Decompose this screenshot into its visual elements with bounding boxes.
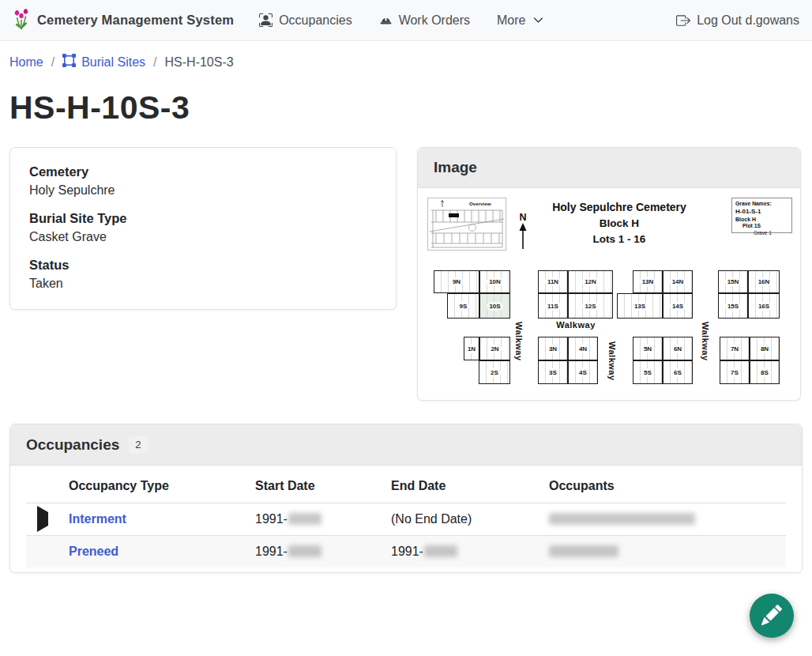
chevron-down-icon bbox=[533, 15, 543, 25]
plot-label: 4N bbox=[577, 345, 589, 353]
plot-cell: 2N bbox=[479, 337, 510, 360]
burial-site-type-field: Burial Site Type Casket Grave bbox=[29, 211, 377, 244]
nav-work-orders[interactable]: Work Orders bbox=[379, 13, 470, 28]
plot-label: 4S bbox=[577, 368, 589, 377]
breadcrumb-separator: / bbox=[153, 55, 156, 70]
cemetery-label: Cemetery bbox=[29, 164, 377, 179]
grave-name-id: H-01-S-1 bbox=[735, 208, 788, 216]
breadcrumb-burial-sites-link[interactable]: Burial Sites bbox=[62, 54, 145, 70]
grave-name-grave: Grave 1 bbox=[735, 230, 788, 236]
plot-cell: 11N bbox=[538, 270, 568, 293]
plot-label: 11N bbox=[545, 277, 561, 286]
redacted-text bbox=[288, 545, 321, 557]
plot-cell: 5S bbox=[633, 360, 663, 384]
plot-label: 10N bbox=[487, 277, 503, 286]
map-title-line3: Lots 1 - 16 bbox=[527, 233, 712, 245]
nav-more-label: More bbox=[497, 13, 525, 28]
plot-cell: 6S bbox=[663, 360, 693, 384]
plot-cell-highlighted: 10S bbox=[479, 293, 510, 319]
plot-cell: 1N bbox=[464, 337, 479, 360]
nav-occupancies[interactable]: Occupancies bbox=[259, 13, 352, 28]
app-brand[interactable]: Cemetery Management System bbox=[13, 7, 234, 34]
plot-cell: 7N bbox=[720, 337, 750, 360]
grave-name-plot: Plot 1S bbox=[735, 223, 788, 230]
image-card-body: Overview N bbox=[418, 188, 800, 400]
plot-label: 12S bbox=[582, 302, 598, 311]
plot-cell: 16N bbox=[748, 270, 780, 293]
cemetery-value-link[interactable]: Holy Sepulchre bbox=[29, 183, 115, 197]
plot-cell: 9N bbox=[434, 270, 479, 293]
plot-label: 16N bbox=[756, 277, 773, 286]
plot-cell: 9S bbox=[447, 293, 479, 319]
plot-label: 12N bbox=[582, 277, 599, 286]
status-value: Taken bbox=[29, 277, 377, 291]
interment-link[interactable]: Interment bbox=[69, 512, 126, 526]
plot-cell: 14N bbox=[663, 270, 693, 293]
breadcrumb-home-label: Home bbox=[9, 55, 43, 70]
plot-label: 11S bbox=[545, 302, 561, 311]
occupancies-title: Occupancies bbox=[26, 436, 119, 454]
start-date-column-header: Start Date bbox=[255, 466, 391, 503]
breadcrumb-home-link[interactable]: Home bbox=[9, 55, 43, 70]
person-bounding-box-icon bbox=[259, 13, 273, 27]
plot-label: 8S bbox=[758, 368, 771, 377]
map-title-line2: Block H bbox=[527, 217, 712, 229]
nav-more[interactable]: More bbox=[497, 13, 543, 28]
plot-label: 1N bbox=[465, 345, 478, 353]
plot-label: 13S bbox=[632, 302, 648, 311]
page-title: HS-H-10S-3 bbox=[9, 89, 803, 126]
map-overview-inset: Overview bbox=[427, 198, 506, 251]
edit-fab-button[interactable] bbox=[750, 594, 794, 638]
plot-cell: 4N bbox=[568, 337, 598, 360]
burial-site-type-label: Burial Site Type bbox=[29, 211, 377, 226]
plot-label: 14S bbox=[670, 302, 686, 311]
end-date-value: 1991- bbox=[391, 545, 423, 558]
plot-cell: 8N bbox=[750, 337, 780, 360]
redacted-text bbox=[549, 545, 618, 557]
image-card-title: Image bbox=[434, 159, 477, 176]
plot-cell: 13N bbox=[633, 270, 663, 293]
redacted-text bbox=[549, 513, 695, 525]
start-date-value: 1991- bbox=[255, 512, 288, 526]
cards-row: Cemetery Holy Sepulchre Burial Site Type… bbox=[9, 147, 803, 401]
redacted-text bbox=[424, 545, 457, 557]
occupancies-table-wrap: Occupancy Type Start Date End Date Occup… bbox=[10, 466, 802, 572]
burial-site-details-card: Cemetery Holy Sepulchre Burial Site Type… bbox=[9, 147, 397, 310]
redacted-text bbox=[288, 513, 321, 525]
plot-cell: 5N bbox=[633, 337, 663, 360]
map-title: Holy Sepulchre Cemetery Block H Lots 1 -… bbox=[527, 201, 712, 245]
plot-cell: 10N bbox=[479, 270, 510, 293]
plot-cell: 12N bbox=[568, 270, 613, 293]
plot-label: 10S bbox=[487, 302, 502, 311]
occupancies-count-badge: 2 bbox=[128, 435, 148, 454]
table-header-row: Occupancy Type Start Date End Date Occup… bbox=[26, 466, 786, 503]
end-date-column-header: End Date bbox=[391, 466, 549, 503]
plot-label: 9S bbox=[457, 302, 470, 311]
main-nav: Occupancies Work Orders More bbox=[259, 13, 543, 28]
logout-link[interactable]: Log Out d.gowans bbox=[676, 13, 799, 28]
bounding-box-icon bbox=[62, 54, 76, 70]
plot-label: 6N bbox=[671, 345, 684, 353]
occupants-column-header: Occupants bbox=[549, 466, 786, 503]
plot-label: 15S bbox=[725, 302, 741, 311]
plot-cell: 7S bbox=[720, 360, 750, 384]
plot-label: 3S bbox=[547, 368, 559, 377]
tulips-logo-icon bbox=[13, 7, 30, 34]
pencil-icon bbox=[761, 605, 782, 628]
plot-cell: 3N bbox=[538, 337, 568, 360]
plot-label: 9N bbox=[450, 277, 463, 286]
occupancies-card: Occupancies 2 Occupancy Type Start Date … bbox=[9, 424, 803, 573]
occupancies-card-header: Occupancies 2 bbox=[10, 424, 802, 466]
nav-occupancies-label: Occupancies bbox=[279, 13, 352, 28]
plot-label: 5S bbox=[641, 368, 654, 377]
status-label: Status bbox=[29, 258, 377, 273]
walkway-label: Walkway bbox=[607, 338, 617, 384]
plot-cell: 15N bbox=[718, 270, 748, 293]
svg-text:Overview: Overview bbox=[469, 201, 491, 206]
preneed-link[interactable]: Preneed bbox=[69, 545, 118, 558]
plot-label: 16S bbox=[756, 302, 772, 311]
plot-label: 8N bbox=[758, 345, 771, 353]
start-date-value: 1991- bbox=[255, 545, 288, 558]
end-date-value: (No End Date) bbox=[391, 512, 472, 526]
plot-label: 7S bbox=[728, 368, 741, 377]
